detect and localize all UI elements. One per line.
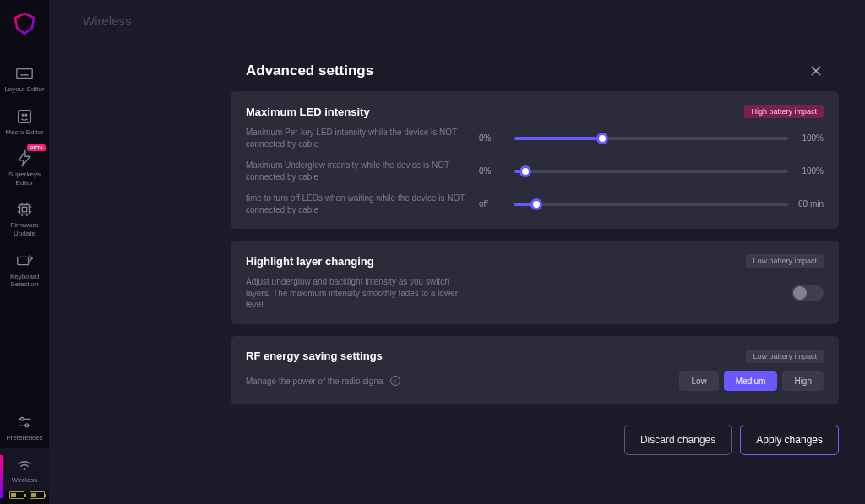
svg-rect-19	[18, 257, 29, 264]
card-highlight-layer: Highlight layer changing Low battery imp…	[231, 241, 839, 324]
modal-header: Advanced settings	[231, 51, 839, 91]
svg-point-22	[20, 417, 24, 420]
bolt-icon	[15, 149, 34, 168]
svg-point-24	[24, 469, 25, 470]
slider-row-underglow: Maximum Underglow intensity while the de…	[246, 160, 824, 182]
close-icon	[811, 66, 821, 76]
underglow-led-slider[interactable]	[514, 170, 788, 173]
nav-label: Superkeys Editor	[0, 171, 49, 187]
slider-min: 0%	[479, 133, 506, 143]
slider-max: 100%	[797, 133, 824, 143]
discard-button[interactable]: Discard changes	[624, 425, 732, 455]
nav-label: Keyboard Selection	[0, 273, 49, 289]
slider-min: off	[479, 199, 506, 209]
nav-preferences[interactable]: Preferences	[0, 406, 49, 449]
impact-badge-low: Low battery impact	[746, 254, 824, 268]
wifi-icon	[15, 455, 34, 474]
svg-rect-0	[17, 69, 32, 79]
slider-row-timeout: time to turn off LEDs when waiting while…	[246, 192, 824, 215]
slider-thumb[interactable]	[520, 165, 531, 177]
rf-desc-text: Manage the power of the radio signal	[246, 377, 385, 386]
nav-macro-editor[interactable]: Macro Editor	[0, 100, 49, 144]
card-led-intensity: Maximum LED intensity High battery impac…	[231, 91, 839, 229]
slider-desc: Maximum Underglow intensity while the de…	[246, 160, 465, 182]
slider-thumb[interactable]	[530, 198, 542, 210]
nav-label: Wireless	[12, 476, 38, 485]
beta-badge: BETA	[27, 144, 46, 151]
rf-desc: Manage the power of the radio signal i	[246, 376, 400, 386]
svg-rect-6	[19, 110, 31, 122]
nav-firmware-update[interactable]: Firmware Update	[0, 193, 49, 244]
main-area: Wireless Advanced settings Maximum LED i…	[49, 0, 865, 504]
info-icon[interactable]: i	[390, 376, 400, 386]
keyboard-select-icon	[15, 252, 34, 270]
svg-rect-10	[22, 208, 27, 213]
rf-option-low[interactable]: Low	[679, 371, 718, 391]
slider-max: 100%	[797, 166, 824, 176]
led-timeout-slider[interactable]	[514, 203, 788, 206]
impact-badge-low: Low battery impact	[746, 350, 824, 363]
nav-label: Firmware Update	[0, 221, 49, 237]
card-title: RF energy saving settings	[246, 350, 383, 362]
sliders-icon	[15, 413, 34, 431]
slider-desc: time to turn off LEDs when waiting while…	[246, 192, 465, 215]
battery-icon	[30, 491, 45, 499]
chip-icon	[15, 200, 34, 219]
nav-wireless[interactable]: Wireless	[0, 448, 49, 491]
impact-badge-high: High battery impact	[744, 105, 824, 118]
nav-superkeys-editor[interactable]: BETA Superkeys Editor	[0, 143, 49, 193]
card-title: Maximum LED intensity	[246, 106, 370, 118]
highlight-toggle[interactable]	[792, 285, 824, 301]
modal-title: Advanced settings	[246, 62, 373, 79]
macro-icon	[15, 107, 34, 126]
slider-thumb[interactable]	[596, 133, 608, 144]
nav-label: Macro Editor	[5, 128, 43, 137]
slider-min: 0%	[479, 166, 506, 176]
slider-row-perkey: Maximum Per-key LED intensity while the …	[246, 127, 824, 149]
apply-button[interactable]: Apply changes	[740, 425, 839, 455]
close-button[interactable]	[808, 63, 824, 79]
svg-point-8	[25, 114, 27, 116]
nav-label: Preferences	[6, 434, 42, 442]
rf-options: Low Medium High	[679, 371, 824, 391]
slider-desc: Maximum Per-key LED intensity while the …	[246, 127, 465, 149]
svg-rect-9	[20, 205, 30, 214]
highlight-desc: Adjust underglow and backlight intensity…	[246, 276, 474, 311]
toggle-knob	[793, 286, 807, 300]
svg-point-7	[22, 114, 24, 116]
keyboard-icon	[15, 64, 34, 83]
card-rf-energy: RF energy saving settings Low battery im…	[231, 336, 839, 404]
nav-keyboard-selection[interactable]: Keyboard Selection	[0, 245, 49, 295]
battery-icon	[9, 491, 24, 499]
battery-status	[4, 491, 45, 499]
nav-layout-editor[interactable]: Layout Editor	[0, 57, 49, 100]
app-logo	[8, 7, 41, 41]
sidebar: Layout Editor Macro Editor BETA Superkey…	[0, 0, 49, 504]
slider-max: 60 min	[797, 199, 824, 209]
perkey-led-slider[interactable]	[514, 137, 788, 140]
nav-label: Layout Editor	[4, 85, 44, 94]
rf-option-medium[interactable]: Medium	[724, 371, 778, 391]
rf-option-high[interactable]: High	[782, 371, 824, 391]
card-title: Highlight layer changing	[246, 255, 374, 268]
svg-point-23	[25, 424, 29, 427]
advanced-settings-modal: Advanced settings Maximum LED intensity …	[231, 51, 839, 463]
modal-footer: Discard changes Apply changes	[231, 416, 839, 463]
